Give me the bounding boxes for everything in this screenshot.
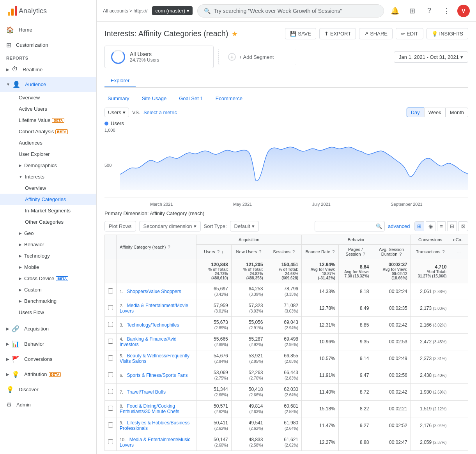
sidebar-item-demographics[interactable]: ▶ Demographics [0,160,96,171]
sub-tab-site-usage[interactable]: Site Usage [139,94,170,103]
header-dimension-help[interactable]: ? [168,245,170,249]
select-metric-link[interactable]: Select a metric [143,110,177,115]
sort-type-selector[interactable]: Default ▾ [230,221,259,231]
sidebar-item-behavior[interactable]: ▶ Behavior [0,239,96,250]
advanced-link[interactable]: advanced [388,223,410,229]
sidebar-item-active-users[interactable]: Active Users [0,103,96,115]
table-search-input[interactable]: 🔍 [315,221,385,231]
sidebar-item-interests[interactable]: ▼ Interests [0,171,96,182]
sidebar-item-geo[interactable]: ▶ Geo [0,228,96,239]
sidebar-item-attribution[interactable]: ▶ 💡 Attribution BETA [0,367,96,382]
row-cb-0[interactable] [105,283,117,300]
row-transactions-9: 2,059 (2.87%) [411,434,450,451]
row-cb-5[interactable] [105,367,117,384]
metric-selector[interactable]: Users ▾ [104,108,129,117]
row-name-9: 10. Media & Entertainment/Music Lovers [117,434,196,451]
sidebar-item-discover[interactable]: 💡 Discover [0,382,96,397]
account-name[interactable]: com (master) ▾ [152,6,193,15]
tab-explorer[interactable]: Explorer [104,74,136,87]
grid-view-icon[interactable]: ⊞ [414,221,424,231]
add-segment-button[interactable]: + + Add Segment [218,49,296,65]
date-range-picker[interactable]: Jan 1, 2021 - Oct 31, 2021 ▾ [394,51,468,63]
notifications-icon[interactable]: 🔔 [389,5,401,17]
row-link-2[interactable]: Technology/Technophiles [127,322,179,328]
share-button[interactable]: ↗ SHARE [359,28,393,39]
sidebar-item-home[interactable]: 🏠 Home [0,22,96,37]
lifetime-view-icon[interactable]: ⊠ [458,221,468,231]
secondary-dimension-selector[interactable]: Secondary dimension ▾ [139,221,201,231]
technology-label: Technology [24,253,50,259]
sidebar-item-cohort-analysis[interactable]: Cohort Analysis BETA [0,126,96,137]
sidebar-item-users-flow[interactable]: Users Flow [0,307,96,318]
row-link-4[interactable]: Beauty & Wellness/Frequently Visits Salo… [120,353,189,364]
sidebar-item-mobile[interactable]: ▶ Mobile [0,261,96,273]
table-search-icon[interactable]: 🔍 [376,223,382,229]
star-icon[interactable]: ★ [232,30,238,38]
row-cb-6[interactable] [105,384,117,401]
sidebar-item-admin[interactable]: ⚙ Admin [0,397,96,412]
comparison-view-icon[interactable]: ≡ [437,221,446,231]
row-link-5[interactable]: Sports & Fitness/Sports Fans [127,373,188,378]
row-cb-4[interactable] [105,350,117,367]
row-link-9[interactable]: Media & Entertainment/Music Lovers [120,437,190,448]
pivot-view-icon[interactable]: ⊟ [447,221,457,231]
all-users-segment[interactable]: All Users 24.73% Users [104,46,214,68]
sidebar-item-benchmarking[interactable]: ▶ Benchmarking [0,295,96,307]
sub-tab-ecommerce[interactable]: Ecommerce [212,94,246,103]
row-cb-3[interactable] [105,334,117,350]
sidebar-item-audience[interactable]: ▼ 👤 Audience [0,77,96,92]
more-icon[interactable]: ⋮ [440,5,453,17]
row-bounce-5: 11.91% [302,367,339,384]
apps-icon[interactable]: ⊞ [406,5,418,17]
sidebar-item-behavior-main[interactable]: ▶ 📊 Behavior [0,336,96,352]
sidebar-item-overview[interactable]: Overview [0,92,96,103]
row-cb-9[interactable] [105,434,117,451]
sidebar-item-conversions[interactable]: ▶ 🚩 Conversions [0,352,96,367]
export-button[interactable]: ⬆ EXPORT [319,28,356,39]
sidebar-item-user-explorer[interactable]: User Explorer [0,148,96,160]
help-icon[interactable]: ? [423,5,435,17]
row-link-8[interactable]: Lifestyles & Hobbies/Business Profession… [120,420,189,431]
edit-button[interactable]: ✏ EDIT [396,28,423,39]
segment-info: All Users 24.73% Users [130,51,159,63]
sub-tab-summary[interactable]: Summary [104,94,133,103]
table-search-field[interactable] [319,223,373,229]
week-button[interactable]: Week [424,108,446,117]
row-cb-2[interactable] [105,317,117,334]
sidebar-item-technology[interactable]: ▶ Technology [0,250,96,261]
sidebar-item-other-categories[interactable]: Other Categories [0,216,96,228]
row-cb-1[interactable] [105,300,117,317]
row-cb-8[interactable] [105,417,117,434]
search-bar[interactable]: 🔍 Try searching "Week over Week Growth o… [197,4,384,18]
segment-name: All Users [130,51,159,57]
row-link-1[interactable]: Media & Entertainment/Movie Lovers [120,303,188,314]
sidebar-item-in-market-segments[interactable]: In-Market Segments [0,205,96,216]
sub-tab-goal-set-1[interactable]: Goal Set 1 [176,94,206,103]
sidebar-item-cross-device[interactable]: ▶ Cross Device BETA [0,273,96,284]
row-ecom-6 [450,384,468,401]
row-link-6[interactable]: Travel/Travel Buffs [127,389,166,395]
sidebar-item-interests-overview[interactable]: Overview [0,182,96,194]
avatar[interactable]: V [457,5,470,17]
row-sessions-2: 69,043 (2.94%) [266,317,302,334]
sidebar-item-customization[interactable]: ⊞ Customization [0,37,96,53]
row-link-3[interactable]: Banking & Finance/Avid Investors [120,336,177,347]
sidebar-item-lifetime-value[interactable]: Lifetime Value BETA [0,115,96,126]
header-users: Users ? ↓ [196,245,232,259]
sidebar-item-acquisition[interactable]: ▶ 🔗 Acquisition [0,321,96,336]
plot-rows-button[interactable]: Plot Rows [104,221,136,231]
sidebar-item-realtime[interactable]: ▶ ⏱ Realtime [0,62,96,77]
row-cb-7[interactable] [105,401,117,417]
month-button[interactable]: Month [446,108,468,117]
sidebar-item-custom[interactable]: ▶ Custom [0,284,96,295]
insights-button[interactable]: 💡 INSIGHTS [426,28,468,39]
save-button[interactable]: 💾 SAVE [285,28,316,39]
row-link-0[interactable]: Shoppers/Value Shoppers [127,289,181,294]
row-link-7[interactable]: Food & Dining/Cooking Enthusiasts/30 Min… [120,403,179,414]
sidebar-item-audiences[interactable]: Audiences [0,137,96,148]
secondary-dim-label: Secondary dimension [143,223,192,229]
sidebar-item-affinity-categories[interactable]: Affinity Categories [0,194,96,205]
row-ecom-4 [450,350,468,367]
pie-view-icon[interactable]: ◉ [426,221,435,231]
day-button[interactable]: Day [407,108,424,117]
